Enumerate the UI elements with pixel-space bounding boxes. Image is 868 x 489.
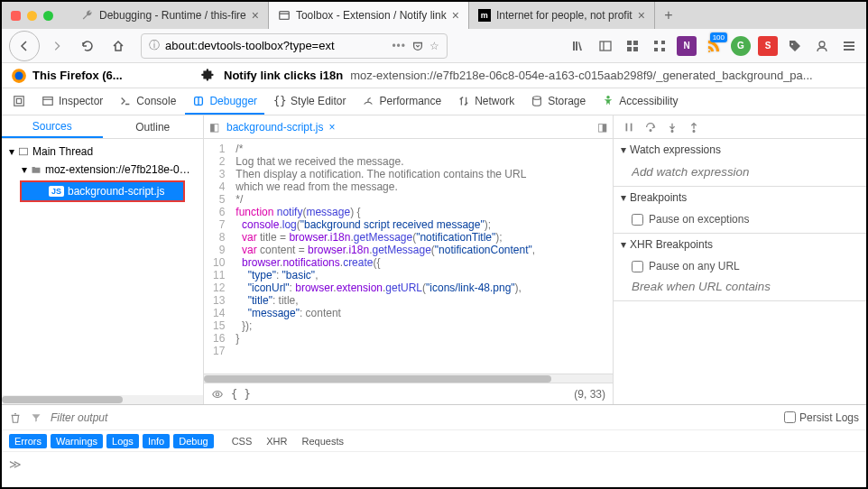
pocket-icon[interactable] — [411, 40, 424, 52]
feed-icon[interactable]: 100 — [704, 36, 724, 56]
wrench-icon — [81, 9, 94, 22]
watch-header[interactable]: ▾Watch expressions — [614, 139, 866, 161]
tree-main-thread[interactable]: ▾Main Thread — [2, 143, 203, 161]
navigation-bar: ⓘ ••• ☆ N 100 G S — [2, 29, 866, 63]
toggle-sources-icon[interactable]: ◧ — [209, 121, 219, 134]
iframe-picker[interactable] — [5, 88, 32, 115]
close-icon[interactable]: × — [328, 121, 335, 134]
breakpoints-section: ▾Breakpoints Pause on exceptions — [614, 187, 866, 234]
outline-tab[interactable]: Outline — [103, 115, 204, 138]
tree-extension[interactable]: ▾moz-extension://e7fb218e-06c8 — [2, 161, 203, 179]
browser-tabs: Debugging - Runtime / this-fire × Toolbo… — [72, 2, 857, 29]
tab-debugger[interactable]: Debugger — [185, 88, 264, 115]
step-in-icon[interactable] — [666, 121, 679, 134]
horizontal-scrollbar[interactable] — [204, 374, 613, 383]
breakpoints-header[interactable]: ▾Breakpoints — [614, 187, 866, 208]
braces-icon[interactable]: { } — [231, 388, 251, 401]
break-url-input[interactable] — [632, 280, 859, 293]
svg-rect-5 — [633, 41, 638, 45]
info-icon[interactable]: ⓘ — [149, 38, 160, 53]
file-tab[interactable]: background-script.js× — [226, 121, 335, 134]
toggle-right-icon[interactable]: ◨ — [597, 121, 607, 134]
chevron-down-icon: ▾ — [22, 163, 27, 176]
grid-icon[interactable] — [623, 36, 642, 56]
reload-button[interactable] — [74, 32, 101, 60]
maximize-window-icon[interactable] — [43, 11, 53, 21]
window-titlebar: Debugging - Runtime / this-fire × Toolbo… — [2, 2, 866, 29]
firefox-icon — [11, 68, 27, 84]
filter-warnings[interactable]: Warnings — [51, 434, 103, 448]
tag-icon[interactable] — [785, 36, 805, 56]
trash-icon[interactable] — [9, 411, 22, 424]
svg-rect-18 — [14, 96, 24, 106]
extension-name: Notify link clicks i18n — [224, 69, 343, 82]
filter-logs[interactable]: Logs — [106, 434, 139, 448]
tab-performance[interactable]: Performance — [355, 88, 448, 115]
svg-rect-0 — [280, 12, 290, 20]
tab-style-editor[interactable]: {}Style Editor — [266, 88, 353, 115]
pause-url-checkbox[interactable]: Pause on any URL — [632, 260, 859, 272]
watch-input[interactable] — [632, 165, 859, 179]
back-button[interactable] — [9, 31, 40, 61]
new-tab-button[interactable]: + — [655, 2, 682, 29]
line-gutter: 1234567891011121314151617 — [204, 139, 230, 374]
tab-network[interactable]: Network — [450, 88, 522, 115]
step-over-icon[interactable] — [644, 121, 657, 134]
minimize-window-icon[interactable] — [27, 11, 37, 21]
tab-mozilla[interactable]: m Internet for people, not profit × — [469, 2, 655, 29]
close-icon[interactable]: × — [452, 8, 459, 23]
braces-icon: {} — [273, 95, 286, 107]
sources-tab[interactable]: Sources — [2, 115, 103, 138]
forward-button[interactable] — [43, 32, 70, 60]
resume-icon[interactable] — [623, 121, 635, 134]
svg-point-27 — [216, 392, 219, 396]
svg-rect-7 — [633, 47, 638, 51]
chevron-down-icon: ▾ — [621, 191, 626, 204]
tree-file-selected[interactable]: JSbackground-script.js — [22, 182, 183, 200]
filter-xhr[interactable]: XHR — [261, 434, 292, 448]
filter-errors[interactable]: Errors — [9, 434, 47, 448]
filter-info[interactable]: Info — [143, 434, 170, 448]
horizontal-scrollbar[interactable] — [2, 395, 203, 404]
tab-accessibility[interactable]: Accessibility — [595, 88, 685, 115]
tab-title: Debugging - Runtime / this-fire — [99, 9, 246, 22]
filter-requests[interactable]: Requests — [297, 434, 349, 448]
onenote-icon[interactable]: N — [677, 36, 697, 56]
smartsheet-icon[interactable]: S — [758, 36, 778, 56]
tab-debugging[interactable]: Debugging - Runtime / this-fire × — [72, 2, 269, 29]
account-icon[interactable] — [812, 36, 832, 56]
code-editor[interactable]: 1234567891011121314151617 /* Log that we… — [204, 139, 613, 374]
cursor-position: (9, 33) — [574, 388, 605, 401]
tab-console[interactable]: Console — [112, 88, 183, 115]
tab-storage[interactable]: Storage — [523, 88, 593, 115]
close-icon[interactable]: × — [252, 8, 259, 23]
persist-logs-checkbox[interactable]: Persist Logs — [784, 411, 859, 424]
close-window-icon[interactable] — [11, 11, 21, 21]
xhr-header[interactable]: ▾XHR Breakpoints — [614, 234, 866, 255]
url-bar[interactable]: ⓘ ••• ☆ — [141, 33, 448, 59]
menu-icon[interactable] — [839, 36, 859, 56]
console-input[interactable]: ≫ — [2, 452, 866, 475]
close-icon[interactable]: × — [638, 8, 645, 23]
filter-debug[interactable]: Debug — [173, 434, 213, 448]
svg-rect-15 — [844, 49, 854, 51]
eye-icon[interactable] — [211, 388, 224, 401]
sidebar-icon[interactable] — [596, 36, 615, 56]
filter-input[interactable] — [51, 411, 141, 424]
svg-rect-14 — [844, 45, 854, 47]
addon-icon[interactable] — [650, 36, 669, 56]
svg-point-25 — [606, 95, 610, 98]
tab-inspector[interactable]: Inspector — [34, 88, 110, 115]
more-icon[interactable]: ••• — [392, 40, 406, 52]
step-out-icon[interactable] — [688, 121, 700, 134]
pause-exceptions-checkbox[interactable]: Pause on exceptions — [632, 213, 859, 226]
filter-css[interactable]: CSS — [226, 434, 258, 448]
star-icon[interactable]: ☆ — [429, 40, 439, 52]
home-button[interactable] — [105, 32, 132, 60]
grammarly-icon[interactable]: G — [731, 36, 751, 56]
library-icon[interactable] — [568, 36, 588, 56]
tab-toolbox[interactable]: Toolbox - Extension / Notify link × — [269, 2, 469, 29]
svg-point-12 — [819, 42, 825, 47]
code-body[interactable]: /* Log that we received the message. The… — [230, 139, 540, 374]
url-input[interactable] — [165, 39, 386, 52]
